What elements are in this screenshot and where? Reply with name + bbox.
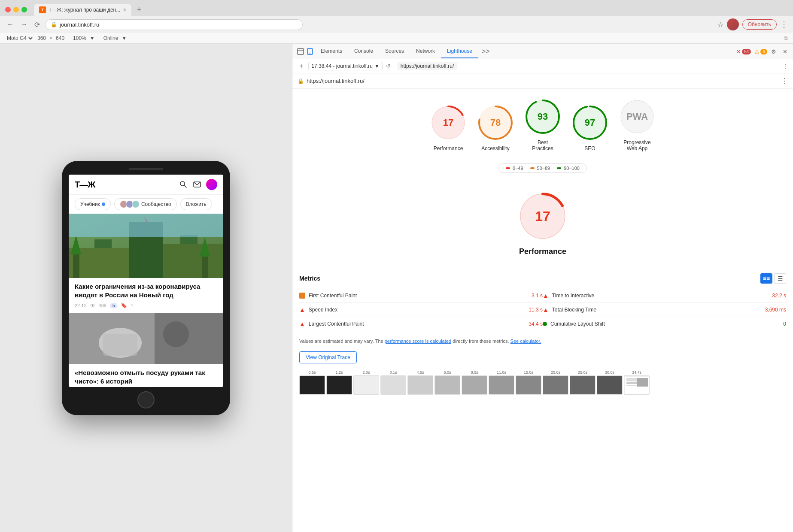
score-circle-accessibility: 78 xyxy=(476,103,515,142)
close-devtools-icon[interactable]: ✕ xyxy=(780,47,790,56)
legend-red: 0–49 xyxy=(506,166,523,171)
zoom-level[interactable]: 100% xyxy=(73,35,86,41)
score-item-best-practices[interactable]: 93 BestPractices xyxy=(523,97,562,151)
metric-icon-fcp xyxy=(299,293,305,299)
score-circle-pwa: PWA xyxy=(618,97,656,136)
calculator-link[interactable]: See calculator. xyxy=(510,339,541,344)
browser-tab-active[interactable]: Т Т—Ж: журнал про ваши ден... × xyxy=(34,4,131,16)
svg-rect-15 xyxy=(69,214,223,237)
traffic-light-yellow[interactable] xyxy=(13,7,19,12)
filmstrip-frame-1: 0.5s xyxy=(299,370,325,395)
new-tab-button[interactable]: + xyxy=(133,3,145,16)
user-avatar[interactable] xyxy=(727,18,739,30)
phone-home-button[interactable] xyxy=(137,391,155,408)
view-trace-button[interactable]: View Original Trace xyxy=(299,351,357,363)
more-options-icon[interactable]: ⋮ xyxy=(783,63,788,69)
warn-count-badge: 6 xyxy=(760,49,767,54)
rotate-icon[interactable]: ⧉ xyxy=(784,35,788,41)
svg-line-1 xyxy=(184,185,186,187)
filmstrip-thumb-6 xyxy=(434,375,460,395)
timestamp-selector[interactable]: 17:38:44 - journal.tinkoff.ru ▼ xyxy=(308,62,382,70)
svg-rect-43 xyxy=(637,378,648,387)
user-avatar-small[interactable] xyxy=(206,179,217,190)
view-list-button[interactable]: ☰ xyxy=(774,273,786,284)
site-header: Т—Ж xyxy=(69,175,223,195)
filmstrip-frame-2: 1.2s xyxy=(326,370,352,395)
article-image-2 xyxy=(69,313,223,364)
article-title-2[interactable]: «Невозможно отмыть посуду руками так чис… xyxy=(69,364,223,387)
device-selector[interactable]: Moto G4 xyxy=(5,35,34,42)
nav-dot-icon xyxy=(102,203,105,206)
nav-tag-community[interactable]: Сообщество xyxy=(114,198,177,210)
tabs-overflow-button[interactable]: >> xyxy=(478,44,493,59)
article-title-1[interactable]: Какие ограничения из-за коронавируса вво… xyxy=(69,278,223,301)
add-panel-button[interactable]: + xyxy=(298,62,305,70)
view-grid-button[interactable]: ≡≡ xyxy=(760,273,772,284)
score-value-pwa: PWA xyxy=(626,111,648,122)
metric-row-si: ▲ Speed Index 11.3 s xyxy=(299,303,543,317)
tab-elements[interactable]: Elements xyxy=(315,45,348,58)
filmstrip-frame-5: 4.5s xyxy=(407,370,433,395)
address-input[interactable]: 🔒 journal.tinkoff.ru xyxy=(45,19,303,30)
filmstrip-thumb-5 xyxy=(407,375,433,395)
tab-console[interactable]: Console xyxy=(348,45,379,58)
nav-tag-invest[interactable]: Вложить xyxy=(180,198,212,210)
values-note: Values are estimated and may vary. The p… xyxy=(292,335,793,348)
network-selector[interactable]: Online xyxy=(103,35,118,41)
traffic-light-red[interactable] xyxy=(5,7,11,12)
svg-rect-20 xyxy=(103,334,137,356)
phone-outer: Т—Ж Учебник xyxy=(62,161,230,415)
tab-lighthouse[interactable]: Lighthouse xyxy=(441,45,478,58)
article-comments: 5 xyxy=(110,303,118,308)
score-item-seo[interactable]: 97 SEO xyxy=(571,103,609,151)
mobile-preview: Т—Ж Учебник xyxy=(0,44,292,532)
filmstrip-thumb-12 xyxy=(597,375,623,395)
traffic-light-green[interactable] xyxy=(21,7,27,12)
lh-lock-icon: 🔒 xyxy=(298,78,304,84)
tab-sources[interactable]: Sources xyxy=(379,45,410,58)
reload-audit-icon[interactable]: ↺ xyxy=(386,63,390,69)
views-icon: 👁 xyxy=(90,302,95,308)
search-icon[interactable] xyxy=(179,180,188,189)
error-count-group: ✕ 54 xyxy=(736,48,751,55)
score-item-accessibility[interactable]: 78 Accessibility xyxy=(476,103,515,151)
metric-value-cls: 0 xyxy=(783,321,786,327)
perf-score-link[interactable]: performance score is calculated xyxy=(385,339,451,344)
legend-bar: 0–49 50–89 90–100 xyxy=(292,160,793,180)
score-value-seo: 97 xyxy=(585,117,595,128)
lh-more-button[interactable]: ⋮ xyxy=(781,77,788,85)
score-label-performance: Performance xyxy=(434,145,463,151)
tab-close-button[interactable]: × xyxy=(123,6,126,13)
nav-tag-uchebnik[interactable]: Учебник xyxy=(75,198,111,210)
refresh-button[interactable]: Обновить xyxy=(742,19,777,30)
forward-button[interactable]: → xyxy=(19,19,29,30)
nav-tag-label-invest: Вложить xyxy=(186,201,207,207)
tab-network[interactable]: Network xyxy=(410,45,441,58)
score-item-pwa[interactable]: PWA ProgressiveWeb App xyxy=(618,97,656,151)
score-circle-performance: 17 xyxy=(429,103,468,142)
svg-point-25 xyxy=(310,53,310,54)
back-button[interactable]: ← xyxy=(5,19,15,30)
filmstrip-time-3: 2.0s xyxy=(353,370,379,375)
score-item-performance[interactable]: 17 Performance xyxy=(429,103,468,151)
reload-button[interactable]: ⟳ xyxy=(33,19,42,30)
devtools-mobile-icon[interactable] xyxy=(305,47,315,56)
toolbar-right: ☆ Обновить ⋮ xyxy=(717,18,788,30)
devtools-dock-icon[interactable] xyxy=(296,47,305,56)
bookmark-button[interactable]: ☆ xyxy=(717,21,723,29)
lighthouse-content: 🔒 https://journal.tinkoff.ru/ ⋮ 17 Perfo… xyxy=(292,73,793,532)
lock-icon: 🔒 xyxy=(51,21,57,27)
mail-icon[interactable] xyxy=(192,180,202,189)
browser-menu-button[interactable]: ⋮ xyxy=(780,20,788,29)
metric-value-fcp: 3.1 s xyxy=(532,293,543,299)
perf-circle: 17 xyxy=(517,190,568,242)
metrics-view-buttons: ≡≡ ☰ xyxy=(760,273,786,284)
legend-orange: 50–89 xyxy=(530,166,550,171)
settings-icon[interactable]: ⚙ xyxy=(769,47,778,56)
metrics-header: Metrics ≡≡ ☰ xyxy=(299,273,786,284)
perf-score-number: 17 xyxy=(535,209,550,224)
filmstrip-thumb-10 xyxy=(543,375,568,395)
phone-screen: Т—Ж Учебник xyxy=(69,175,223,387)
filmstrip-thumb-1 xyxy=(299,375,325,395)
filmstrip-thumb-9 xyxy=(516,375,541,395)
